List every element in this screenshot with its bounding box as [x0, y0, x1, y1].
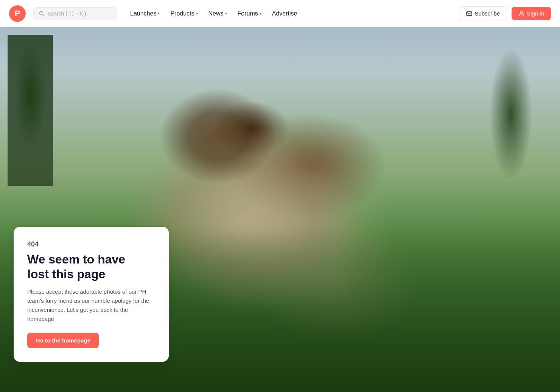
user-icon: [518, 11, 524, 17]
search-placeholder: Search ( ⌘ + k ): [47, 11, 86, 17]
search-icon: [39, 11, 44, 16]
svg-point-3: [520, 11, 523, 14]
nav-right: Subscribe Sign in: [459, 6, 551, 20]
subscribe-button[interactable]: Subscribe: [459, 6, 507, 20]
nav-news-label: News: [208, 10, 224, 17]
nav-forums-label: Forums: [238, 10, 258, 17]
nav-item-advertise[interactable]: Advertise: [268, 7, 302, 20]
nav-item-news[interactable]: News ▾: [204, 7, 232, 20]
nav-launches-label: Launches: [130, 10, 156, 17]
nav-item-forums[interactable]: Forums ▾: [233, 7, 266, 20]
error-description: Please accept these adorable photos of o…: [27, 287, 155, 324]
chevron-down-icon: ▾: [225, 11, 227, 15]
error-title-line1: We seem to have: [27, 253, 125, 266]
email-icon: [466, 11, 472, 17]
svg-line-1: [43, 14, 44, 16]
nav-links: Launches ▾ Products ▾ News ▾ Forums ▾ Ad…: [126, 7, 456, 20]
dog-head: [132, 65, 303, 224]
chevron-down-icon: ▾: [260, 11, 261, 15]
search-bar[interactable]: Search ( ⌘ + k ): [33, 7, 117, 20]
tree-left: [8, 35, 53, 186]
chevron-down-icon: ▾: [196, 11, 198, 15]
nav-products-label: Products: [170, 10, 194, 17]
error-title: We seem to have lost this page: [27, 252, 155, 281]
tree-right: [473, 39, 549, 228]
error-title-line2: lost this page: [27, 267, 105, 281]
go-to-homepage-button[interactable]: Go to the homepage: [27, 333, 99, 348]
error-card: 404 We seem to have lost this page Pleas…: [14, 227, 169, 362]
navbar: P Search ( ⌘ + k ) Launches ▾ Products ▾…: [0, 0, 560, 27]
nav-item-launches[interactable]: Launches ▾: [126, 7, 164, 20]
nav-advertise-label: Advertise: [272, 10, 297, 17]
chevron-down-icon: ▾: [158, 11, 160, 15]
hero-section: 404 We seem to have lost this page Pleas…: [0, 27, 560, 392]
signin-label: Sign in: [527, 10, 544, 17]
signin-button[interactable]: Sign in: [512, 7, 551, 20]
logo-letter: P: [9, 5, 26, 22]
logo[interactable]: P: [9, 5, 26, 22]
nav-item-products[interactable]: Products ▾: [166, 7, 202, 20]
error-code: 404: [27, 240, 155, 248]
subscribe-label: Subscribe: [474, 10, 500, 17]
